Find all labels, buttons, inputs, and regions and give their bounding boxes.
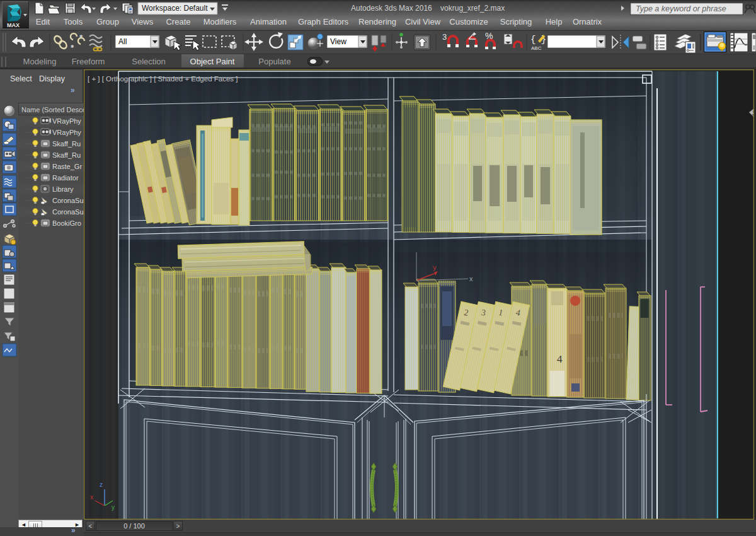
svg-text:x: x [469, 275, 473, 283]
svg-text:Workspace: Default: Workspace: Default [142, 4, 208, 13]
svg-text:✱: ✱ [79, 34, 83, 38]
svg-text:CoronaSu: CoronaSu [52, 197, 84, 204]
svg-text:View: View [330, 37, 346, 46]
svg-text:y: y [112, 504, 115, 511]
svg-text:z: z [100, 481, 103, 488]
svg-text:4: 4 [557, 353, 563, 365]
svg-text:[ + ] [ Orthographic ] [ Shade: [ + ] [ Orthographic ] [ Shaded + Edged … [88, 75, 238, 83]
svg-text:Skaff_Ru: Skaff_Ru [52, 151, 81, 159]
svg-text:✱: ✱ [71, 44, 74, 49]
svg-text:y: y [433, 264, 437, 271]
svg-text:All: All [118, 37, 127, 46]
svg-text:VRayPhy: VRayPhy [52, 129, 81, 136]
svg-text:Raste_Gr: Raste_Gr [52, 163, 82, 170]
svg-text:VRayPhy: VRayPhy [52, 117, 81, 125]
svg-text:Radiator: Radiator [52, 174, 79, 182]
svg-text:Library: Library [52, 185, 74, 193]
svg-text:Type a keyword or phrase: Type a keyword or phrase [636, 4, 726, 13]
svg-text:x: x [90, 494, 93, 501]
svg-text:CoronaSu: CoronaSu [52, 208, 84, 216]
svg-text:ABC: ABC [531, 45, 542, 51]
svg-text:BookiGro: BookiGro [52, 219, 81, 227]
svg-text:Skaff_Ru: Skaff_Ru [52, 140, 81, 148]
svg-text:3: 3 [442, 32, 447, 42]
